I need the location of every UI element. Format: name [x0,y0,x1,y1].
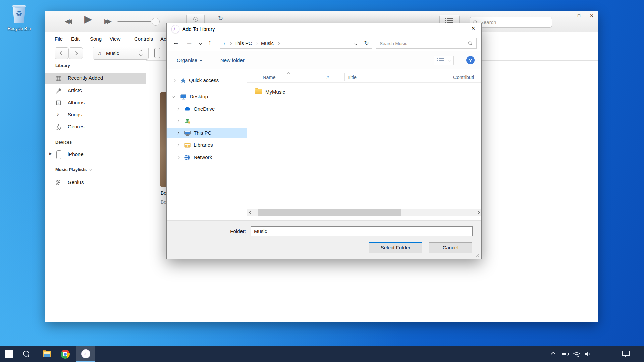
scroll-right-button[interactable] [475,209,481,216]
fast-forward-button[interactable]: ▶▶ [104,17,109,25]
column-header-number[interactable]: # [326,75,329,80]
dialog-close-button[interactable]: ✕ [466,23,481,34]
sidebar-item-artists[interactable]: Artists [45,85,146,97]
tree-item-label: Network [194,154,212,160]
tray-expand-button[interactable] [549,346,558,362]
address-dropdown-chevron[interactable] [354,42,358,46]
column-header-name[interactable]: Name [263,75,276,80]
tree-item-this-pc[interactable]: This PC [167,128,247,138]
tree-item-libraries[interactable]: Libraries [167,140,247,150]
scrollbar-thumb[interactable] [258,209,401,216]
sidebar-header-playlists[interactable]: Music Playlists [55,167,91,172]
guitars-icon [55,124,62,130]
picker-chevrons-icon [140,50,142,56]
sidebar-item-recently-added[interactable]: Recently Added [45,73,146,84]
help-button[interactable]: ? [466,56,475,64]
chevron-right-icon[interactable] [176,108,180,111]
tree-item-quick-access[interactable]: Quick access [167,76,247,86]
taskbar-itunes-active[interactable]: ♪ [76,346,95,362]
tree-item-onedrive[interactable]: OneDrive [167,104,247,114]
dialog-search-box[interactable]: Search Music [376,38,477,49]
tree-item-user[interactable] [167,116,247,126]
cancel-button[interactable]: Cancel [429,242,472,253]
tree-item-label: Libraries [194,142,213,148]
itunes-search-box[interactable]: Search [470,17,552,28]
media-picker-label: Music [106,50,119,56]
sidebar-item-label: Genius [68,179,84,185]
column-divider[interactable] [344,73,345,81]
volume-slider[interactable] [117,21,151,22]
sidebar-item-genius[interactable]: Genius [45,177,146,188]
battery-status[interactable] [561,352,569,356]
breadcrumb-music[interactable]: Music [261,41,274,46]
sidebar-item-songs[interactable]: ♪ Songs [45,109,146,121]
menu-controls[interactable]: Controls [134,32,153,45]
start-button[interactable] [1,346,17,362]
column-header-contributing[interactable]: Contributi [453,75,474,80]
chevron-right-icon[interactable] [176,144,180,147]
chevron-expanded-icon[interactable] [172,95,175,98]
nav-up-button[interactable]: ↑ [208,39,212,46]
address-bar[interactable]: ♪ This PC Music [220,38,361,49]
sidebar-item-genres[interactable]: Genres [45,121,146,133]
nav-back-button[interactable]: ← [173,39,179,46]
list-item-mymusic[interactable]: MyMusic [255,87,356,96]
play-button[interactable]: ▶ [84,13,92,25]
column-divider[interactable] [324,73,324,81]
nav-history-chevron[interactable] [199,42,202,45]
media-picker[interactable]: ♫ Music [93,47,149,60]
battery-icon [561,352,569,356]
rewind-button[interactable]: ◀◀ [65,17,69,25]
column-header-title[interactable]: Title [347,75,357,80]
sidebar-item-label: Songs [68,112,82,117]
tree-item-network[interactable]: Network [167,153,247,163]
sidebar-item-albums[interactable]: ♪ Albums [45,97,146,109]
nav-forward-button[interactable]: → [186,39,193,46]
maximize-button[interactable]: □ [573,11,585,20]
taskbar-file-explorer[interactable] [39,346,55,362]
view-options-button[interactable] [434,56,454,65]
chevron-right-icon[interactable] [176,156,180,159]
new-folder-button[interactable]: New folder [220,51,245,69]
breadcrumb-this-pc[interactable]: This PC [235,41,252,46]
organise-button[interactable]: Organise [177,51,202,69]
device-iphone-icon[interactable] [154,48,160,58]
action-center-button[interactable] [622,351,630,357]
menu-view[interactable]: View [110,32,120,45]
horizontal-scrollbar[interactable] [247,209,481,216]
minimize-button[interactable]: — [560,11,572,20]
refresh-button[interactable]: ↻ [361,38,372,49]
sidebar-header-devices: Devices [55,140,72,145]
volume-status[interactable] [584,351,592,357]
volume-icon [584,351,592,357]
tree-item-desktop[interactable]: Desktop [167,92,247,102]
album-title: Bo [161,190,166,196]
scroll-left-button[interactable] [247,209,254,216]
back-button[interactable] [55,47,69,59]
sidebar-item-label: Recently Added [68,75,103,81]
volume-knob[interactable] [152,18,160,26]
taskbar-chrome[interactable] [57,346,73,362]
folder-name-input[interactable]: Music [251,226,473,236]
dialog-titlebar[interactable]: ♪ Add To Library ✕ [167,23,481,35]
music-note-icon: ♫ [97,50,101,56]
network-status[interactable] [572,351,581,357]
dropdown-caret-icon [200,60,202,61]
dialog-toolbar: Organise New folder ? [167,51,481,69]
select-folder-button[interactable]: Select Folder [369,242,422,253]
menu-edit[interactable]: Edit [71,32,80,45]
menu-song[interactable]: Song [90,32,102,45]
sidebar-item-iphone[interactable]: ▶ iPhone [45,149,146,160]
expand-triangle-icon[interactable]: ▶ [49,152,52,155]
forward-button[interactable] [69,47,83,59]
recycle-bin-shortcut[interactable]: ♻ Recycle Bin [6,4,32,36]
menu-file[interactable]: File [55,32,63,45]
libraries-icon [184,142,191,148]
chevron-right-icon[interactable] [176,120,180,123]
chevron-right-icon[interactable] [176,132,180,135]
resize-grip[interactable] [474,252,479,257]
taskbar-search-button[interactable] [18,346,35,362]
chevron-right-icon[interactable] [172,79,176,82]
close-button[interactable]: ✕ [586,11,597,20]
column-divider[interactable] [450,73,450,81]
